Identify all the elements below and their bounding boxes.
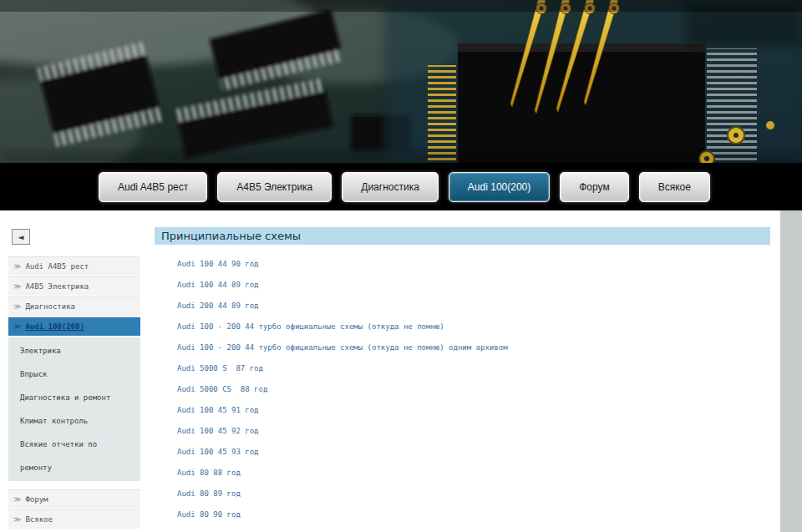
schematic-link-audi-100-44-90[interactable]: Audi 100 44 90 год bbox=[177, 260, 259, 268]
sidebar-item-vsyakoe[interactable]: ≫Всякое bbox=[8, 509, 140, 529]
sidebar-item-audi-100-200[interactable]: ≫Audi 100(200) bbox=[8, 317, 140, 337]
main-panel: Принципиальные схемы Audi 100 44 90 год … bbox=[144, 210, 780, 532]
sidebar-subitem-klimat-kontrol[interactable]: Климат контроль bbox=[8, 409, 119, 433]
schematics-list: Audi 100 44 90 год Audi 100 44 89 год Au… bbox=[155, 258, 780, 532]
tab-diagnostika[interactable]: Диагностика bbox=[342, 172, 439, 202]
chevron-icon: ≫ bbox=[13, 322, 21, 331]
sidebar-item-label: A4B5 Электрика bbox=[25, 282, 89, 291]
sidebar-submenu: Электрика Впрыск Диагностика и ремонт Кл… bbox=[8, 337, 140, 481]
tab-a4b5-elektrika[interactable]: A4B5 Электрика bbox=[217, 172, 332, 202]
tab-forum[interactable]: Форум bbox=[560, 172, 628, 202]
sidebar-item-label: Audi A4B5 рест bbox=[25, 262, 89, 271]
sidebar-menu: ≫Audi A4B5 рест ≫A4B5 Электрика ≫Диагнос… bbox=[8, 256, 140, 529]
chevron-icon: ≫ bbox=[13, 515, 21, 524]
header-photo bbox=[0, 0, 802, 163]
schematic-link-audi-5000-s-87[interactable]: Audi 5000 S 87 год bbox=[177, 364, 263, 372]
sidebar-subitem-diagnostika-remont[interactable]: Диагностика и ремонт bbox=[8, 386, 119, 409]
list-item: Audi 100 45 91 год bbox=[177, 404, 780, 414]
tab-audi-a4b5-rest[interactable]: Audi A4B5 рест bbox=[99, 172, 207, 202]
list-item: Audi 5000 CS 88 год bbox=[177, 383, 780, 393]
sidebar-subitem-otchetki-po-remontu[interactable]: Всякие отчетки по ремонту bbox=[8, 433, 119, 479]
sidebar-collapse-button[interactable]: ◄ bbox=[12, 229, 30, 245]
chevron-icon: ≫ bbox=[13, 282, 21, 291]
content-area: ◄ ≫Audi A4B5 рест ≫A4B5 Электрика ≫Диагн… bbox=[0, 210, 802, 532]
schematic-link-audi-80-89[interactable]: Audi 80 89 год bbox=[177, 489, 241, 498]
schematic-link-audi-100-45-93[interactable]: Audi 100 45 93 год bbox=[177, 448, 259, 456]
schematic-link-audi-200-44-89[interactable]: Audi 200 44 89 год bbox=[177, 301, 259, 310]
page: Audi A4B5 рест A4B5 Электрика Диагностик… bbox=[0, 0, 802, 532]
list-item: Audi 100 - 200 44 турбо официальные схем… bbox=[177, 321, 780, 331]
sidebar-item-label: Диагностика bbox=[25, 302, 75, 311]
list-item: Audi 100 45 92 год bbox=[177, 425, 780, 435]
list-item: Audi 100 - 200 44 турбо официальные схем… bbox=[177, 342, 780, 352]
tab-vsyakoe[interactable]: Всякое bbox=[639, 172, 710, 202]
list-item: Audi 100 45 93 год bbox=[177, 446, 780, 456]
sidebar-subitem-vprysk[interactable]: Впрыск bbox=[8, 362, 119, 386]
collapse-arrow-icon: ◄ bbox=[18, 233, 24, 241]
schematic-link-audi-100-200-44-turbo-archive[interactable]: Audi 100 - 200 44 турбо официальные схем… bbox=[177, 343, 508, 352]
list-item: Audi 100 44 90 год bbox=[177, 258, 780, 268]
list-item: Audi 80 89 год bbox=[177, 488, 780, 498]
nav-bar: Audi A4B5 рест A4B5 Электрика Диагностик… bbox=[0, 163, 802, 210]
sidebar-item-label: Audi 100(200) bbox=[25, 322, 84, 331]
schematic-link-audi-80-88[interactable]: Audi 80 88 год bbox=[177, 469, 241, 477]
schematic-link-audi-100-200-44-turbo[interactable]: Audi 100 - 200 44 турбо официальные схем… bbox=[177, 322, 444, 331]
sidebar-item-audi-a4b5-rest[interactable]: ≫Audi A4B5 рест bbox=[8, 256, 140, 276]
sidebar-subitem-elektrika[interactable]: Электрика bbox=[8, 339, 119, 362]
page-title: Принципиальные схемы bbox=[155, 227, 770, 245]
list-item: Audi 80 88 год bbox=[177, 467, 780, 477]
list-item: Audi 5000 S 87 год bbox=[177, 362, 780, 372]
schematic-link-audi-100-44-89[interactable]: Audi 100 44 89 год bbox=[177, 281, 259, 289]
tab-audi-100-200[interactable]: Audi 100(200) bbox=[449, 172, 550, 202]
schematic-link-audi-100-45-92[interactable]: Audi 100 45 92 год bbox=[177, 427, 259, 435]
schematic-link-audi-100-45-91[interactable]: Audi 100 45 91 год bbox=[177, 406, 259, 414]
list-item: Audi 200 44 89 год bbox=[177, 300, 780, 310]
chevron-icon: ≫ bbox=[13, 302, 21, 311]
list-item: Audi 80 90 год bbox=[177, 509, 780, 519]
right-gray-strip bbox=[780, 210, 802, 532]
sidebar-item-label: Форум bbox=[25, 495, 48, 504]
sidebar: ◄ ≫Audi A4B5 рест ≫A4B5 Электрика ≫Диагн… bbox=[0, 210, 144, 532]
sidebar-item-a4b5-elektrika[interactable]: ≫A4B5 Электрика bbox=[8, 276, 140, 296]
chevron-icon: ≫ bbox=[13, 495, 21, 504]
sidebar-item-diagnostika[interactable]: ≫Диагностика bbox=[8, 296, 140, 317]
chevron-icon: ≫ bbox=[13, 262, 21, 271]
schematic-link-audi-5000-cs-88[interactable]: Audi 5000 CS 88 год bbox=[177, 385, 267, 393]
sidebar-item-forum[interactable]: ≫Форум bbox=[8, 489, 140, 509]
schematic-link-audi-80-90[interactable]: Audi 80 90 год bbox=[177, 510, 241, 519]
list-item: Audi 100 44 89 год bbox=[177, 279, 780, 289]
sidebar-bottom-menu: ≫Форум ≫Всякое bbox=[8, 489, 140, 529]
sidebar-item-label: Всякое bbox=[25, 515, 53, 524]
